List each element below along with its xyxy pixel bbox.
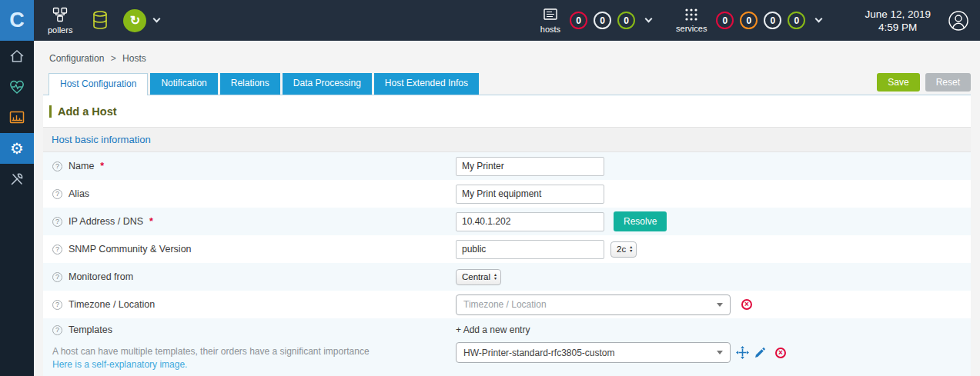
- page-title: Add a Host: [58, 105, 117, 118]
- alias-label: Alias: [69, 188, 89, 199]
- services-ok-badge[interactable]: 0: [788, 12, 805, 29]
- hosts-down-badge[interactable]: 0: [570, 12, 587, 29]
- ip-label: IP Address / DNS: [69, 216, 143, 227]
- save-button[interactable]: Save: [877, 73, 919, 92]
- row-timezone: ? Timezone / Location Timezone / Locatio…: [43, 291, 971, 318]
- breadcrumb: Configuration > Hosts: [34, 41, 980, 73]
- sidebar-item-administration[interactable]: [0, 164, 34, 195]
- centreon-logo[interactable]: C: [0, 0, 34, 41]
- clock: June 12, 2019 4:59 PM: [865, 8, 931, 34]
- sidebar: ⚙: [0, 41, 34, 376]
- breadcrumb-hosts[interactable]: Hosts: [122, 53, 146, 64]
- sidebar-item-monitoring[interactable]: [0, 72, 34, 102]
- services-warning-badge[interactable]: 0: [740, 12, 758, 29]
- breadcrumb-configuration[interactable]: Configuration: [49, 53, 104, 64]
- name-label: Name: [69, 161, 94, 171]
- monitored-from-select[interactable]: Central ▴▾: [456, 269, 501, 285]
- reset-button[interactable]: Reset: [925, 73, 971, 92]
- resolve-button[interactable]: Resolve: [614, 211, 667, 231]
- delete-template-icon[interactable]: ×: [775, 348, 786, 358]
- pollers-label: pollers: [48, 25, 72, 35]
- tab-data-processing[interactable]: Data Processing: [283, 73, 372, 95]
- services-unknown-badge[interactable]: 0: [764, 12, 781, 29]
- alias-input[interactable]: [456, 185, 604, 204]
- help-icon[interactable]: ?: [52, 300, 62, 310]
- pollers-menu[interactable]: pollers: [48, 6, 72, 35]
- hosts-unreachable-badge[interactable]: 0: [594, 12, 611, 29]
- services-label: services: [676, 24, 707, 33]
- hosts-status-link[interactable]: hosts: [540, 7, 560, 34]
- hosts-status-group: hosts 0 0 0: [540, 7, 659, 34]
- row-alias: ? Alias: [43, 180, 971, 208]
- tab-notification[interactable]: Notification: [150, 73, 217, 95]
- poller-status-ok-icon[interactable]: ↻: [123, 9, 146, 32]
- sidebar-item-configuration[interactable]: ⚙: [0, 133, 34, 164]
- hosts-label: hosts: [540, 25, 560, 34]
- row-snmp: ? SNMP Community & Version 2c ▴▾: [43, 235, 971, 263]
- form-title: Add a Host: [49, 105, 971, 118]
- tabs-bar: Host Configuration Notification Relation…: [34, 73, 980, 95]
- name-input[interactable]: [456, 157, 604, 176]
- tools-icon: [8, 171, 25, 188]
- top-bar: C pollers ↻: [0, 0, 980, 41]
- template-select-value: HW-Printer-standard-rfc3805-custom: [463, 348, 615, 358]
- timezone-select[interactable]: Timezone / Location: [456, 294, 731, 315]
- sidebar-item-reporting[interactable]: [0, 102, 34, 133]
- timezone-clear-icon[interactable]: ×: [741, 299, 752, 310]
- timezone-placeholder: Timezone / Location: [463, 299, 547, 310]
- row-name: ? Name *: [43, 152, 971, 180]
- add-template-entry-link[interactable]: + Add a new entry: [456, 324, 530, 335]
- logo-letter: C: [9, 8, 25, 32]
- services-chevron-down-icon[interactable]: [815, 15, 823, 22]
- pencil-icon: [754, 348, 765, 358]
- edit-template-button[interactable]: [754, 348, 765, 358]
- current-date: June 12, 2019: [865, 8, 931, 21]
- current-time: 4:59 PM: [865, 21, 931, 34]
- help-icon[interactable]: ?: [52, 272, 62, 282]
- hosts-icon: [543, 7, 558, 22]
- template-select[interactable]: HW-Printer-standard-rfc3805-custom: [456, 342, 731, 363]
- chart-icon: [8, 109, 25, 126]
- sidebar-item-home[interactable]: [0, 41, 34, 72]
- hosts-up-badge[interactable]: 0: [617, 12, 635, 29]
- database-icon[interactable]: [91, 10, 109, 31]
- help-icon[interactable]: ?: [52, 189, 62, 199]
- chevron-down-icon: [717, 351, 723, 354]
- timezone-label: Timezone / Location: [69, 299, 155, 310]
- snmp-version-value: 2c: [617, 245, 626, 254]
- ip-input[interactable]: [456, 212, 604, 231]
- chevron-down-icon: [717, 303, 723, 307]
- row-templates: ? Templates A host can have multiple tem…: [43, 318, 971, 376]
- row-ip-address: ? IP Address / DNS * Resolve: [43, 208, 971, 235]
- tab-host-configuration[interactable]: Host Configuration: [48, 73, 148, 95]
- gear-icon: ⚙: [10, 141, 24, 156]
- help-icon[interactable]: ?: [52, 217, 62, 227]
- help-icon[interactable]: ?: [52, 245, 62, 255]
- services-critical-badge[interactable]: 0: [716, 12, 734, 29]
- user-icon: [948, 10, 969, 32]
- row-monitored-from: ? Monitored from Central ▴▾: [43, 263, 971, 291]
- move-template-button[interactable]: [736, 346, 749, 359]
- help-icon[interactable]: ?: [52, 161, 62, 171]
- monitored-from-value: Central: [462, 272, 490, 281]
- pollers-chevron-down-icon[interactable]: [153, 15, 161, 22]
- refresh-icon: ↻: [130, 13, 140, 28]
- help-icon[interactable]: ?: [52, 325, 62, 335]
- snmp-community-input[interactable]: [456, 240, 604, 259]
- heart-pulse-icon: [8, 78, 25, 95]
- pollers-icon: [52, 6, 69, 23]
- tab-relations[interactable]: Relations: [220, 73, 280, 95]
- form-rows: ? Name * ? Alias: [43, 152, 971, 376]
- snmp-version-select[interactable]: 2c ▴▾: [610, 241, 637, 258]
- centreon-app: C pollers ↻: [0, 0, 980, 376]
- monitored-from-label: Monitored from: [69, 271, 133, 282]
- services-status-link[interactable]: services: [676, 8, 707, 33]
- hosts-chevron-down-icon[interactable]: [645, 15, 653, 22]
- services-status-group: services 0 0 0 0: [676, 8, 829, 33]
- tab-host-extended-infos[interactable]: Host Extended Infos: [374, 73, 479, 95]
- templates-help-text: A host can have multiple templates, thei…: [52, 346, 370, 357]
- database-glyph: [91, 10, 109, 31]
- services-icon: [684, 8, 698, 22]
- user-profile-button[interactable]: [948, 10, 969, 32]
- templates-help-link[interactable]: Here is a self-explanatory image.: [52, 359, 187, 370]
